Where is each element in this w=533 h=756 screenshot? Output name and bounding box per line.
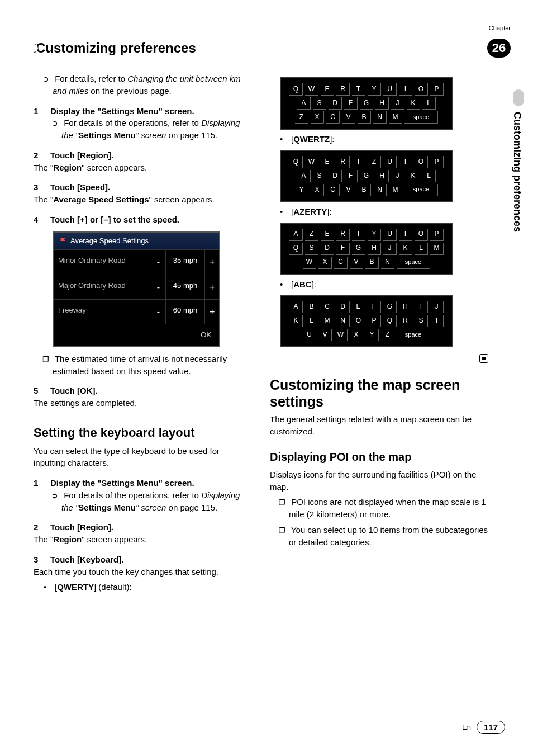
ok-button[interactable]: OK — [54, 324, 219, 346]
keyboard-key[interactable]: B — [358, 184, 371, 196]
keyboard-key[interactable]: W — [303, 257, 316, 269]
keyboard-key[interactable]: G — [360, 97, 373, 110]
keyboard-key[interactable]: V — [318, 329, 332, 341]
keyboard-key[interactable]: Q — [383, 315, 397, 327]
keyboard-key[interactable]: C — [321, 301, 334, 313]
keyboard-key[interactable]: X — [318, 257, 332, 269]
keyboard-key[interactable]: X — [311, 184, 324, 196]
keyboard-key[interactable]: S — [305, 243, 318, 255]
keyboard-key[interactable]: J — [383, 243, 397, 255]
keyboard-key[interactable]: Y — [365, 329, 379, 341]
keyboard-key[interactable]: space — [397, 329, 430, 341]
keyboard-key[interactable]: J — [391, 170, 404, 182]
keyboard-key[interactable]: M — [389, 184, 402, 196]
keyboard-key[interactable]: G — [352, 243, 365, 255]
keyboard-key[interactable]: O — [352, 315, 365, 327]
keyboard-key[interactable]: F — [344, 97, 358, 110]
keyboard-key[interactable]: N — [373, 184, 387, 196]
keyboard-key[interactable]: W — [305, 156, 318, 168]
keyboard-key[interactable]: L — [415, 243, 428, 255]
keyboard-key[interactable]: B — [365, 257, 379, 269]
minus-button[interactable]: - — [151, 275, 165, 299]
keyboard-key[interactable]: R — [399, 315, 412, 327]
keyboard-key[interactable]: E — [321, 229, 334, 241]
keyboard-key[interactable]: C — [334, 257, 348, 269]
keyboard-key[interactable]: Y — [368, 83, 381, 96]
keyboard-key[interactable]: Z — [368, 156, 381, 168]
keyboard-key[interactable]: W — [334, 329, 348, 341]
keyboard-key[interactable]: F — [336, 243, 350, 255]
keyboard-key[interactable]: Y — [295, 184, 308, 196]
keyboard-key[interactable]: U — [383, 229, 397, 241]
keyboard-key[interactable]: I — [399, 229, 412, 241]
plus-button[interactable]: + — [204, 250, 219, 274]
keyboard-key[interactable]: H — [399, 301, 412, 313]
keyboard-key[interactable]: Q — [289, 243, 303, 255]
keyboard-key[interactable]: B — [358, 111, 371, 124]
keyboard-key[interactable]: I — [399, 156, 412, 168]
keyboard-key[interactable]: V — [350, 257, 363, 269]
keyboard-key[interactable]: M — [430, 243, 444, 255]
keyboard-key[interactable]: H — [375, 170, 389, 182]
keyboard-key[interactable]: Q — [289, 83, 303, 96]
keyboard-key[interactable]: H — [375, 97, 389, 110]
keyboard-key[interactable]: C — [326, 184, 340, 196]
keyboard-key[interactable]: T — [430, 315, 444, 327]
keyboard-key[interactable]: Z — [305, 229, 318, 241]
keyboard-key[interactable]: K — [399, 243, 412, 255]
keyboard-key[interactable]: Z — [295, 111, 308, 124]
keyboard-key[interactable]: W — [305, 83, 318, 96]
keyboard-key[interactable]: X — [311, 111, 324, 124]
keyboard-key[interactable]: M — [321, 315, 334, 327]
keyboard-key[interactable]: C — [326, 111, 340, 124]
keyboard-key[interactable]: P — [430, 156, 444, 168]
keyboard-key[interactable]: N — [381, 257, 394, 269]
keyboard-key[interactable]: E — [352, 301, 365, 313]
keyboard-key[interactable]: O — [415, 156, 428, 168]
keyboard-key[interactable]: K — [289, 315, 303, 327]
keyboard-key[interactable]: R — [336, 156, 350, 168]
keyboard-key[interactable]: space — [404, 111, 438, 124]
keyboard-key[interactable]: S — [415, 315, 428, 327]
keyboard-key[interactable]: S — [313, 97, 326, 110]
keyboard-key[interactable]: L — [305, 315, 318, 327]
keyboard-key[interactable]: D — [329, 97, 342, 110]
keyboard-key[interactable]: L — [422, 170, 436, 182]
keyboard-key[interactable]: N — [373, 111, 387, 124]
keyboard-key[interactable]: P — [368, 315, 381, 327]
keyboard-key[interactable]: K — [407, 97, 420, 110]
keyboard-key[interactable]: space — [404, 184, 438, 196]
keyboard-key[interactable]: S — [313, 170, 326, 182]
keyboard-key[interactable]: I — [399, 83, 412, 96]
keyboard-key[interactable]: T — [352, 83, 365, 96]
keyboard-key[interactable]: B — [305, 301, 318, 313]
keyboard-key[interactable]: U — [303, 329, 316, 341]
keyboard-key[interactable]: E — [321, 156, 334, 168]
keyboard-key[interactable]: M — [389, 111, 402, 124]
keyboard-key[interactable]: O — [415, 83, 428, 96]
keyboard-key[interactable]: T — [352, 156, 365, 168]
keyboard-key[interactable]: X — [350, 329, 363, 341]
keyboard-key[interactable]: G — [360, 170, 373, 182]
keyboard-key[interactable]: U — [383, 83, 397, 96]
keyboard-key[interactable]: O — [415, 229, 428, 241]
minus-button[interactable]: - — [151, 250, 165, 274]
keyboard-key[interactable]: I — [415, 301, 428, 313]
keyboard-key[interactable]: F — [344, 170, 358, 182]
minus-button[interactable]: - — [151, 300, 165, 324]
keyboard-key[interactable]: N — [336, 315, 350, 327]
keyboard-key[interactable]: V — [342, 184, 355, 196]
keyboard-key[interactable]: P — [430, 229, 444, 241]
keyboard-key[interactable]: D — [321, 243, 334, 255]
keyboard-key[interactable]: Z — [381, 329, 394, 341]
keyboard-key[interactable]: D — [336, 301, 350, 313]
keyboard-key[interactable]: H — [368, 243, 381, 255]
keyboard-key[interactable]: A — [297, 97, 311, 110]
keyboard-key[interactable]: Q — [289, 156, 303, 168]
keyboard-key[interactable]: K — [407, 170, 420, 182]
keyboard-key[interactable]: A — [289, 229, 303, 241]
keyboard-key[interactable]: A — [289, 301, 303, 313]
keyboard-key[interactable]: E — [321, 83, 334, 96]
keyboard-key[interactable]: U — [383, 156, 397, 168]
keyboard-key[interactable]: J — [391, 97, 404, 110]
